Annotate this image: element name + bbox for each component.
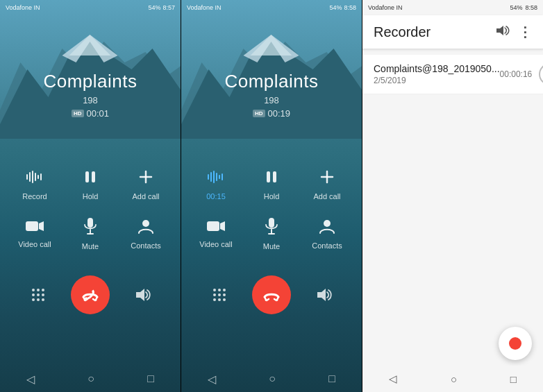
record-btn-1[interactable]: Record — [7, 160, 62, 209]
mute-label-2: Mute — [263, 242, 280, 250]
add-call-label-1: Add call — [132, 192, 159, 201]
svg-rect-9 — [37, 175, 39, 179]
contacts-btn-1[interactable]: Contacts — [118, 209, 174, 259]
hold-btn-2[interactable]: Hold — [244, 160, 299, 209]
recorder-header: Recorder ⋮ — [362, 15, 543, 49]
rec-item-date: 2/5/2019 — [374, 76, 500, 85]
call-duration-1: 00:01 — [87, 108, 110, 119]
svg-marker-47 — [220, 221, 225, 231]
video-call-btn-2[interactable]: Video call — [188, 209, 244, 259]
call-duration-2: 00:19 — [268, 108, 291, 119]
svg-point-52 — [213, 289, 216, 291]
svg-point-55 — [213, 293, 216, 296]
actions-grid-1: Record Hold Add call — [0, 160, 181, 209]
back-nav-1[interactable]: ◁ — [26, 373, 35, 386]
recorder-content-area — [362, 94, 543, 327]
recorder-status-bar: Vodafone IN 54% 8:58 — [362, 0, 543, 15]
end-call-btn-2[interactable] — [252, 275, 291, 314]
status-right-2: 54% 8:58 — [329, 4, 356, 11]
svg-marker-16 — [39, 221, 44, 231]
call-controls-2 — [181, 264, 362, 325]
volume-icon[interactable] — [496, 24, 510, 40]
mute-btn-2[interactable]: Mute — [244, 209, 299, 259]
add-call-icon-1 — [137, 169, 154, 189]
rec-back-nav[interactable]: ◁ — [389, 373, 397, 385]
svg-point-59 — [218, 298, 221, 301]
svg-marker-30 — [136, 289, 144, 301]
time-2: 8:58 — [344, 4, 356, 11]
svg-rect-6 — [29, 172, 31, 182]
svg-rect-11 — [85, 171, 89, 182]
contacts-btn-2[interactable]: Contacts — [299, 209, 355, 259]
svg-rect-40 — [219, 175, 220, 179]
phone-screen-1: Vodafone IN 54% 8:57 Complaints 198 HD 0… — [0, 0, 181, 392]
call-number-2: 198 — [264, 95, 279, 105]
add-call-btn-1[interactable]: Add call — [118, 160, 174, 209]
speaker-btn-1[interactable] — [126, 279, 158, 311]
add-call-label-2: Add call — [313, 192, 340, 201]
mute-icon-1 — [83, 217, 98, 239]
dialpad-btn-2[interactable] — [203, 279, 235, 311]
mute-btn-1[interactable]: Mute — [62, 209, 118, 259]
battery-2: 54% — [329, 4, 342, 11]
recents-nav-2[interactable]: □ — [328, 373, 335, 385]
home-nav-2[interactable]: ○ — [269, 373, 276, 385]
svg-rect-42 — [267, 171, 270, 182]
svg-point-22 — [37, 289, 40, 291]
call-number-1: 198 — [83, 95, 98, 105]
call-name-1: Complaints — [43, 71, 137, 92]
call-name-2: Complaints — [224, 71, 318, 92]
rec-item-left: Complaints@198_2019050... 2/5/2019 — [374, 63, 500, 85]
recorder-title: Recorder — [374, 24, 431, 40]
recorder-carrier: Vodafone IN — [368, 4, 403, 11]
back-nav-2[interactable]: ◁ — [208, 373, 216, 386]
record-btn-2[interactable]: 00:15 — [188, 160, 244, 209]
recorder-panel: Vodafone IN 54% 8:58 Recorder ⋮ Complain… — [362, 0, 543, 392]
svg-rect-10 — [40, 173, 42, 180]
recorder-nav: ◁ ○ □ — [362, 366, 543, 392]
dialpad-btn-1[interactable] — [22, 279, 54, 311]
rec-recents-nav[interactable]: □ — [510, 373, 517, 385]
video-call-btn-1[interactable]: Video call — [7, 209, 62, 259]
more-icon[interactable]: ⋮ — [518, 24, 532, 40]
add-call-btn-2[interactable]: Add call — [299, 160, 355, 209]
svg-point-58 — [213, 298, 216, 301]
status-right-1: 54% 8:57 — [148, 4, 175, 11]
rec-home-nav[interactable]: ○ — [451, 373, 457, 385]
svg-point-60 — [223, 298, 226, 301]
call-info-2: Complaints 198 HD 00:19 — [181, 15, 362, 119]
svg-point-24 — [32, 293, 35, 296]
video-call-icon-1 — [25, 219, 44, 237]
record-timer-2: 00:15 — [206, 192, 226, 201]
svg-point-51 — [324, 220, 331, 227]
svg-point-25 — [37, 293, 40, 296]
rec-fab-button[interactable] — [499, 327, 532, 360]
recents-nav-1[interactable]: □ — [147, 373, 154, 385]
svg-marker-61 — [317, 289, 326, 301]
contacts-label-2: Contacts — [312, 241, 342, 250]
contacts-icon-2 — [317, 218, 337, 239]
add-call-icon-2 — [319, 169, 335, 189]
record-icon-2 — [206, 169, 226, 189]
svg-point-54 — [223, 289, 226, 291]
play-button[interactable] — [539, 63, 543, 85]
svg-rect-41 — [222, 173, 223, 180]
svg-rect-8 — [35, 173, 36, 181]
speaker-btn-2[interactable] — [308, 279, 340, 311]
svg-rect-15 — [26, 221, 38, 231]
svg-point-56 — [218, 293, 221, 296]
hold-icon-1 — [83, 169, 97, 189]
end-call-btn-1[interactable] — [71, 275, 110, 314]
call-controls-1 — [0, 264, 181, 325]
rec-item-right: 00:00:16 — [500, 63, 543, 85]
video-call-label-2: Video call — [199, 240, 233, 248]
svg-rect-46 — [207, 221, 219, 231]
nav-bar-2: ◁ ○ □ — [181, 366, 362, 392]
call-duration-row-1: HD 00:01 — [72, 108, 109, 119]
svg-rect-38 — [213, 171, 215, 183]
home-nav-1[interactable]: ○ — [87, 373, 94, 385]
nav-bar-1: ◁ ○ □ — [0, 366, 181, 392]
svg-point-20 — [142, 220, 149, 227]
hold-btn-1[interactable]: Hold — [62, 160, 118, 209]
battery-1: 54% — [148, 4, 160, 11]
